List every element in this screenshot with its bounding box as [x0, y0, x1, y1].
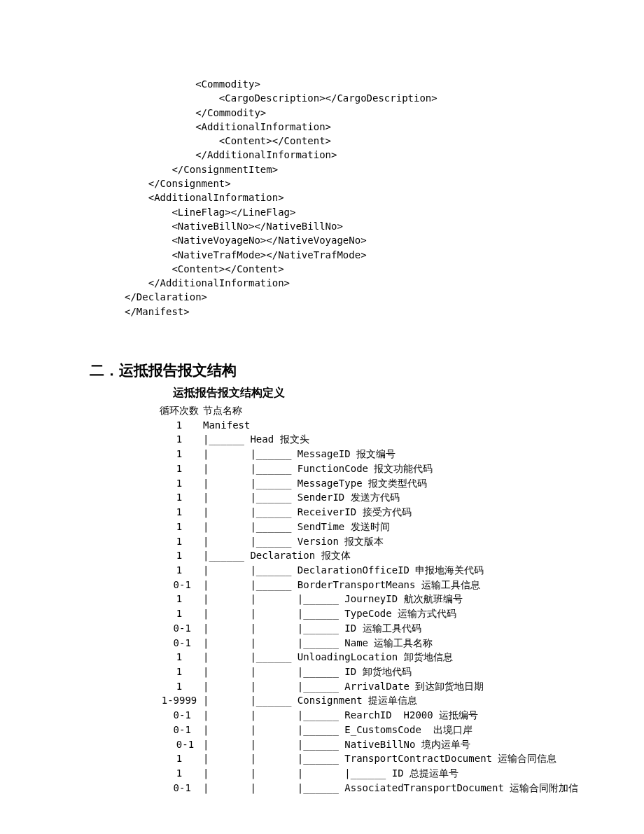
node-name-cell: | |______ SenderID 发送方代码	[203, 490, 400, 505]
structure-tree-table: 循环次数 节点名称 1Manifest1|______ Head 报文头1| |…	[155, 403, 644, 795]
node-name-cell: |______ Declaration 报文体	[203, 548, 351, 563]
loop-count-cell: 1	[155, 665, 203, 679]
loop-count-cell: 1	[155, 490, 203, 505]
tree-row: 1Manifest	[155, 418, 644, 433]
loop-count-cell: 1	[155, 548, 203, 563]
tree-row: 1|______ Declaration 报文体	[155, 548, 644, 563]
node-name-cell: | |______ ReceiverID 接受方代码	[203, 505, 412, 520]
tree-row: 1| | |______ JourneyID 航次航班编号	[155, 592, 644, 606]
node-name-cell: | |______ SendTime 发送时间	[203, 520, 390, 534]
header-node-name: 节点名称	[203, 403, 242, 418]
node-name-cell: Manifest	[203, 418, 250, 433]
tree-row: 1| | |______ TransportContractDocument 运…	[155, 751, 644, 766]
xml-code-block: <Commodity> <CargoDescription></CargoDes…	[125, 77, 644, 319]
tree-row: 0-1| | |______ Name 运输工具名称	[155, 636, 644, 651]
tree-row: 0-1| | |______ E_CustomsCode 出境口岸	[155, 723, 644, 737]
node-name-cell: | | |______ ID 卸货地代码	[203, 665, 412, 679]
loop-count-cell: 1	[155, 418, 203, 433]
loop-count-cell: 1	[155, 432, 203, 447]
tree-row: 1| |______ SenderID 发送方代码	[155, 490, 644, 505]
node-name-cell: | |______ UnloadingLocation 卸货地信息	[203, 650, 453, 665]
loop-count-cell: 1	[155, 505, 203, 520]
node-name-cell: |______ Head 报文头	[203, 432, 309, 447]
loop-count-cell: 1	[155, 592, 203, 606]
tree-row: 1-9999| |______ Consignment 提运单信息	[155, 693, 644, 708]
node-name-cell: | | |______ E_CustomsCode 出境口岸	[203, 723, 472, 737]
loop-count-cell: 0-1	[155, 737, 203, 752]
node-name-cell: | | |______ Name 运输工具名称	[203, 636, 433, 651]
tree-row: 0-1| |______ BorderTransportMeans 运输工具信息	[155, 578, 644, 592]
tree-row: 1| |______ SendTime 发送时间	[155, 520, 644, 534]
loop-count-cell: 1	[155, 534, 203, 549]
node-name-cell: | |______ Consignment 提运单信息	[203, 693, 417, 708]
tree-row: 0-1| | |______ RearchID H2000 运抵编号	[155, 708, 644, 723]
node-name-cell: | |______ BorderTransportMeans 运输工具信息	[203, 578, 480, 592]
tree-row: 1| |______ MessageID 报文编号	[155, 447, 644, 461]
node-name-cell: | |______ FunctionCode 报文功能代码	[203, 461, 433, 476]
header-loop-count: 循环次数	[155, 403, 203, 418]
loop-count-cell: 1-9999	[155, 693, 203, 708]
loop-count-cell: 1	[155, 447, 203, 461]
loop-count-cell: 1	[155, 650, 203, 665]
tree-row: 1| |______ UnloadingLocation 卸货地信息	[155, 650, 644, 665]
loop-count-cell: 0-1	[155, 708, 203, 723]
node-name-cell: | | |______ ArrivalDate 到达卸货地日期	[203, 679, 484, 694]
node-name-cell: | |______ MessageType 报文类型代码	[203, 476, 427, 491]
loop-count-cell: 1	[155, 563, 203, 578]
tree-row: 1| | |______ TypeCode 运输方式代码	[155, 606, 644, 621]
node-name-cell: | | |______ TypeCode 运输方式代码	[203, 606, 456, 621]
node-name-cell: | | |______ NativeBillNo 境内运单号	[203, 737, 470, 752]
tree-row: 1| |______ MessageType 报文类型代码	[155, 476, 644, 491]
tree-row: 1| |______ Version 报文版本	[155, 534, 644, 549]
node-name-cell: | | |______ ID 运输工具代码	[203, 621, 421, 636]
loop-count-cell: 1	[155, 461, 203, 476]
loop-count-cell: 1	[155, 751, 203, 766]
tree-row: 1| | |______ ID 卸货地代码	[155, 665, 644, 679]
loop-count-cell: 0-1	[155, 578, 203, 592]
tree-row: 1| |______ DeclarationOfficeID 申报地海关代码	[155, 563, 644, 578]
tree-row: 0-1| | |______ NativeBillNo 境内运单号	[155, 737, 644, 752]
loop-count-cell: 0-1	[155, 781, 203, 795]
loop-count-cell: 0-1	[155, 636, 203, 651]
node-name-cell: | | |______ AssociatedTransportDocument …	[203, 781, 578, 795]
loop-count-cell: 1	[155, 766, 203, 781]
tree-row: 0-1| | |______ ID 运输工具代码	[155, 621, 644, 636]
node-name-cell: | | |______ RearchID H2000 运抵编号	[203, 708, 478, 723]
loop-count-cell: 1	[155, 476, 203, 491]
node-name-cell: | |______ DeclarationOfficeID 申报地海关代码	[203, 563, 484, 578]
tree-row: 1| | |______ ArrivalDate 到达卸货地日期	[155, 679, 644, 694]
tree-row: 0-1| | |______ AssociatedTransportDocume…	[155, 781, 644, 795]
tree-header-row: 循环次数 节点名称	[155, 403, 644, 418]
loop-count-cell: 1	[155, 679, 203, 694]
tree-row: 1| |______ ReceiverID 接受方代码	[155, 505, 644, 520]
node-name-cell: | | |______ JourneyID 航次航班编号	[203, 592, 463, 606]
node-name-cell: | | | |______ ID 总提运单号	[203, 766, 458, 781]
tree-row: 1| | | |______ ID 总提运单号	[155, 766, 644, 781]
loop-count-cell: 0-1	[155, 723, 203, 737]
tree-row: 1| |______ FunctionCode 报文功能代码	[155, 461, 644, 476]
loop-count-cell: 1	[155, 520, 203, 534]
node-name-cell: | |______ MessageID 报文编号	[203, 447, 396, 461]
loop-count-cell: 1	[155, 606, 203, 621]
node-name-cell: | |______ Version 报文版本	[203, 534, 384, 549]
section-heading: 二．运抵报告报文结构	[90, 361, 644, 380]
node-name-cell: | | |______ TransportContractDocument 运输…	[203, 751, 556, 766]
tree-row: 1|______ Head 报文头	[155, 432, 644, 447]
loop-count-cell: 0-1	[155, 621, 203, 636]
sub-heading: 运抵报告报文结构定义	[173, 386, 644, 401]
